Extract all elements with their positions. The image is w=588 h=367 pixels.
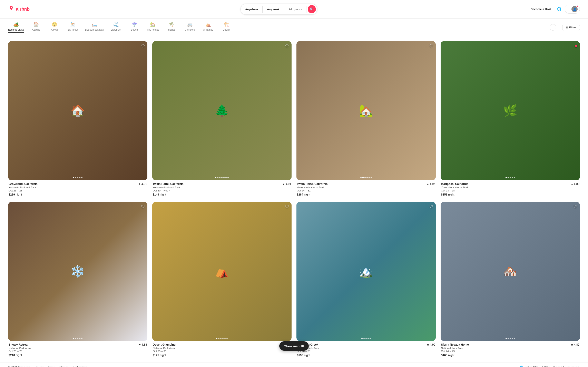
- dot: [360, 177, 362, 178]
- save-button[interactable]: ♡: [285, 204, 289, 210]
- category-ski-in-out[interactable]: ⛷️ Ski-in/out: [67, 22, 79, 33]
- footer: © 2022 Airbnb, Inc. · Privacy · Terms · …: [0, 363, 588, 367]
- listing-photo: 🏠: [8, 41, 147, 180]
- listing-location: Twain Harte, California: [153, 182, 183, 185]
- footer-privacy[interactable]: Privacy: [35, 366, 43, 367]
- category-icon-lakefront: 🌊: [113, 22, 119, 27]
- show-map-button[interactable]: Show map ⊞: [279, 341, 309, 351]
- image-dots: [361, 338, 371, 339]
- category-label-beach: Beach: [131, 28, 138, 31]
- listing-location: Sierra Nevada Home: [441, 343, 469, 346]
- category-omg[interactable]: 😮 OMG!: [48, 22, 61, 33]
- listing-top-row: Twain Harte, California ★4.95: [297, 182, 435, 185]
- listing-top-row: Mariposa, California ★4.89: [441, 182, 579, 185]
- category-design[interactable]: 🏗️ Design: [221, 22, 233, 33]
- become-host-link[interactable]: Become a Host: [528, 6, 554, 12]
- save-button[interactable]: ♡: [429, 44, 433, 49]
- listing-photo: 🏔️: [296, 202, 436, 341]
- user-menu[interactable]: ☰ 👤: [565, 5, 580, 14]
- search-button[interactable]: 🔍: [308, 5, 316, 13]
- category-cabins[interactable]: 🏠 Cabins: [30, 22, 42, 33]
- listing-card[interactable]: 🏘️ ♡ Sierra Nevada Home ★4.87 National P…: [441, 202, 580, 358]
- listing-dates: Oct 23 – 28: [441, 189, 579, 192]
- listing-card[interactable]: ❄️ ♡ Snowy Retreat ★4.88 National Park A…: [8, 202, 147, 358]
- category-bed-breakfasts[interactable]: 🛏️ Bed & breakfasts: [85, 22, 104, 33]
- dot: [512, 177, 513, 178]
- save-button[interactable]: ♡: [285, 44, 289, 49]
- listing-card[interactable]: 🏠 ♡ Groveland, California ★4.91 Yosemite…: [8, 41, 147, 197]
- category-lakefront[interactable]: 🌊 Lakefront: [110, 22, 122, 33]
- search-location[interactable]: Anywhere: [241, 6, 263, 13]
- category-islands[interactable]: 🌴 Islands: [165, 22, 178, 33]
- category-a-frames[interactable]: ⛺ A-frames: [202, 22, 214, 33]
- image-dots: [506, 338, 515, 339]
- listing-card[interactable]: ⛺ ♡ Desert Glamping ★4.93 National Park …: [152, 202, 292, 358]
- logo-icon: [8, 6, 14, 13]
- search-guests[interactable]: Add guests: [284, 6, 306, 13]
- category-beach[interactable]: ☂️ Beach: [128, 22, 140, 33]
- listing-card[interactable]: 🏡 ♡ Twain Harte, California ★4.95 Yosemi…: [296, 41, 436, 197]
- listing-info: Twain Harte, California ★4.95 Yosemite N…: [296, 180, 436, 197]
- search-location-label: Anywhere: [245, 8, 258, 11]
- listing-image: 🏘️ ♡: [441, 202, 580, 341]
- listing-card[interactable]: 🏔️ ♡ Mountain Creek ★4.90 National Park …: [296, 202, 436, 358]
- listing-location: Mariposa, California: [441, 182, 468, 185]
- listing-image: 🏠 ♡: [8, 41, 147, 180]
- globe-icon[interactable]: 🌐: [557, 7, 562, 11]
- save-button[interactable]: ♥: [575, 44, 577, 49]
- listing-price: $165 night: [441, 354, 579, 357]
- dot: [506, 338, 507, 339]
- listings-grid: 🏠 ♡ Groveland, California ★4.91 Yosemite…: [0, 36, 588, 363]
- dot: [81, 338, 82, 339]
- listing-sublocation: National Park Area: [297, 347, 435, 350]
- search-guests-placeholder: Add guests: [288, 8, 302, 11]
- hamburger-icon: ☰: [567, 7, 570, 11]
- listing-info: Groveland, California ★4.91 Yosemite Nat…: [8, 180, 147, 197]
- category-label-lakefront: Lakefront: [111, 28, 121, 31]
- listing-card[interactable]: 🌿 ♥ Mariposa, California ★4.89 Yosemite …: [441, 41, 580, 197]
- dot: [370, 338, 371, 339]
- category-tiny-homes[interactable]: 🏡 Tiny homes: [147, 22, 159, 33]
- listing-top-row: Sierra Nevada Home ★4.87: [441, 343, 579, 346]
- listing-dates: Oct 26 – 31: [297, 350, 435, 353]
- dot: [508, 338, 509, 339]
- footer-support[interactable]: Support & resources ∧: [553, 366, 580, 367]
- nav-next-arrow[interactable]: ›: [550, 24, 556, 31]
- dot: [510, 177, 511, 178]
- category-campers[interactable]: 🚐 Campers: [184, 22, 196, 33]
- footer-terms[interactable]: Terms: [48, 366, 55, 367]
- star-icon: ★: [427, 183, 429, 185]
- category-label-omg: OMG!: [51, 28, 58, 31]
- dot: [366, 177, 368, 178]
- search-week[interactable]: Any week: [263, 6, 284, 13]
- dot: [221, 177, 223, 178]
- save-button[interactable]: ♡: [141, 204, 145, 210]
- save-button[interactable]: ♡: [573, 204, 577, 210]
- footer-currency[interactable]: $ USD: [542, 366, 550, 367]
- dot: [79, 338, 80, 339]
- dot: [226, 338, 228, 339]
- listing-card[interactable]: 🌲 ♡ Twain Harte, California ★4.91 Yosemi…: [152, 41, 292, 197]
- listing-info: Desert Glamping ★4.93 National Park Area…: [152, 341, 292, 358]
- footer-destinations[interactable]: Destinations: [72, 366, 87, 367]
- listing-rating: ★4.87: [571, 343, 579, 346]
- dot: [75, 338, 76, 339]
- footer-right: 🌐 English (US) $ USD Support & resources…: [520, 366, 580, 367]
- filters-button[interactable]: ⊟Filters: [562, 24, 580, 31]
- category-label-design: Design: [223, 28, 230, 31]
- dot: [217, 177, 218, 178]
- logo[interactable]: airbnb: [8, 6, 30, 13]
- footer-language[interactable]: 🌐 English (US): [520, 366, 539, 367]
- listing-sublocation: Yosemite National Park: [9, 186, 147, 189]
- dot: [77, 338, 78, 339]
- save-button[interactable]: ♡: [141, 44, 145, 49]
- filters-icon: ⊟: [566, 26, 568, 29]
- dot: [510, 338, 511, 339]
- category-national-parks[interactable]: 🏕️ National parks: [8, 22, 24, 33]
- dot: [364, 177, 366, 178]
- dot: [369, 177, 370, 178]
- footer-sitemap[interactable]: Sitemap: [59, 366, 69, 367]
- save-button[interactable]: ♡: [429, 204, 433, 210]
- category-icon-a-frames: ⛺: [205, 22, 211, 27]
- listing-rating: ★4.91: [283, 182, 291, 185]
